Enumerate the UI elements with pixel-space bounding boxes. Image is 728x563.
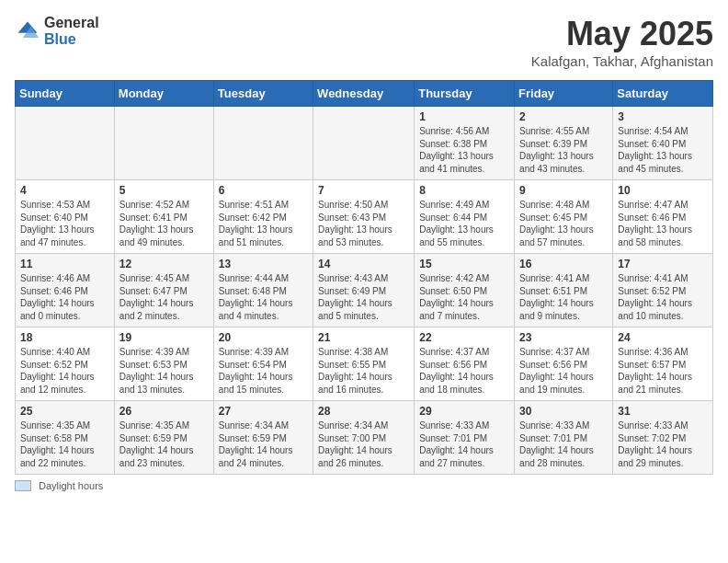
day-info: Sunrise: 4:39 AM Sunset: 6:54 PM Dayligh… — [219, 346, 308, 396]
day-number: 23 — [519, 331, 608, 344]
calendar-header-monday: Monday — [114, 81, 213, 107]
day-info: Sunrise: 4:35 AM Sunset: 6:58 PM Dayligh… — [20, 419, 109, 469]
calendar-table: SundayMondayTuesdayWednesdayThursdayFrid… — [15, 80, 713, 475]
day-info: Sunrise: 4:41 AM Sunset: 6:51 PM Dayligh… — [519, 272, 608, 322]
day-info: Sunrise: 4:39 AM Sunset: 6:53 PM Dayligh… — [119, 346, 209, 396]
day-info: Sunrise: 4:55 AM Sunset: 6:39 PM Dayligh… — [519, 125, 608, 175]
day-number: 31 — [618, 405, 708, 418]
title-area: May 2025 Kalafgan, Takhar, Afghanistan — [531, 15, 713, 69]
day-number: 21 — [318, 331, 409, 344]
day-number: 18 — [20, 331, 109, 344]
calendar-header-friday: Friday — [515, 81, 613, 107]
day-number: 4 — [20, 184, 109, 197]
day-info: Sunrise: 4:56 AM Sunset: 6:38 PM Dayligh… — [419, 125, 509, 175]
table-row — [213, 107, 313, 180]
day-number: 6 — [219, 184, 308, 197]
calendar-week-row: 25Sunrise: 4:35 AM Sunset: 6:58 PM Dayli… — [16, 401, 713, 475]
calendar-header-thursday: Thursday — [415, 81, 515, 107]
calendar-header-tuesday: Tuesday — [213, 81, 313, 107]
table-row: 29Sunrise: 4:33 AM Sunset: 7:01 PM Dayli… — [415, 401, 515, 475]
day-number: 7 — [318, 184, 409, 197]
day-number: 17 — [618, 258, 708, 270]
daylight-label: Daylight hours — [39, 480, 103, 491]
day-number: 1 — [419, 110, 509, 123]
day-number: 26 — [119, 405, 209, 418]
logo-blue-text: Blue — [44, 31, 99, 48]
day-info: Sunrise: 4:36 AM Sunset: 6:57 PM Dayligh… — [618, 346, 708, 396]
day-info: Sunrise: 4:41 AM Sunset: 6:52 PM Dayligh… — [618, 272, 708, 322]
table-row — [16, 107, 115, 180]
day-number: 27 — [219, 405, 308, 418]
table-row: 23Sunrise: 4:37 AM Sunset: 6:56 PM Dayli… — [515, 327, 613, 401]
day-number: 11 — [20, 258, 109, 270]
calendar-week-row: 18Sunrise: 4:40 AM Sunset: 6:52 PM Dayli… — [16, 327, 713, 401]
table-row: 31Sunrise: 4:33 AM Sunset: 7:02 PM Dayli… — [613, 401, 713, 475]
day-number: 22 — [419, 331, 509, 344]
table-row: 19Sunrise: 4:39 AM Sunset: 6:53 PM Dayli… — [114, 327, 213, 401]
day-info: Sunrise: 4:33 AM Sunset: 7:02 PM Dayligh… — [618, 419, 708, 469]
calendar-header-row: SundayMondayTuesdayWednesdayThursdayFrid… — [16, 81, 713, 107]
table-row — [313, 107, 415, 180]
day-info: Sunrise: 4:53 AM Sunset: 6:40 PM Dayligh… — [20, 199, 109, 248]
table-row: 20Sunrise: 4:39 AM Sunset: 6:54 PM Dayli… — [213, 327, 313, 401]
calendar-week-row: 1Sunrise: 4:56 AM Sunset: 6:38 PM Daylig… — [16, 107, 713, 180]
day-number: 9 — [519, 184, 608, 197]
calendar-week-row: 4Sunrise: 4:53 AM Sunset: 6:40 PM Daylig… — [16, 180, 713, 254]
table-row: 26Sunrise: 4:35 AM Sunset: 6:59 PM Dayli… — [114, 401, 213, 475]
daylight-color-swatch — [15, 480, 31, 491]
table-row: 6Sunrise: 4:51 AM Sunset: 6:42 PM Daylig… — [213, 180, 313, 254]
day-number: 19 — [119, 331, 209, 344]
day-number: 25 — [20, 405, 109, 418]
day-info: Sunrise: 4:40 AM Sunset: 6:52 PM Dayligh… — [20, 346, 109, 396]
day-info: Sunrise: 4:37 AM Sunset: 6:56 PM Dayligh… — [519, 346, 608, 396]
day-info: Sunrise: 4:37 AM Sunset: 6:56 PM Dayligh… — [419, 346, 509, 396]
day-info: Sunrise: 4:50 AM Sunset: 6:43 PM Dayligh… — [318, 199, 409, 248]
day-number: 13 — [219, 258, 308, 270]
table-row: 21Sunrise: 4:38 AM Sunset: 6:55 PM Dayli… — [313, 327, 415, 401]
location-subtitle: Kalafgan, Takhar, Afghanistan — [531, 53, 713, 69]
day-number: 12 — [119, 258, 209, 270]
logo-general-text: General — [44, 15, 99, 31]
table-row: 24Sunrise: 4:36 AM Sunset: 6:57 PM Dayli… — [613, 327, 713, 401]
table-row: 17Sunrise: 4:41 AM Sunset: 6:52 PM Dayli… — [613, 254, 713, 327]
day-info: Sunrise: 4:43 AM Sunset: 6:49 PM Dayligh… — [318, 272, 409, 322]
day-number: 5 — [119, 184, 209, 197]
month-year-title: May 2025 — [531, 15, 713, 53]
calendar-header-sunday: Sunday — [16, 81, 115, 107]
logo: General Blue — [15, 15, 99, 47]
header: General Blue May 2025 Kalafgan, Takhar, … — [15, 15, 713, 69]
table-row: 18Sunrise: 4:40 AM Sunset: 6:52 PM Dayli… — [16, 327, 115, 401]
table-row: 10Sunrise: 4:47 AM Sunset: 6:46 PM Dayli… — [613, 180, 713, 254]
day-info: Sunrise: 4:47 AM Sunset: 6:46 PM Dayligh… — [618, 199, 708, 248]
day-info: Sunrise: 4:45 AM Sunset: 6:47 PM Dayligh… — [119, 272, 209, 322]
day-info: Sunrise: 4:35 AM Sunset: 6:59 PM Dayligh… — [119, 419, 209, 469]
footer-note: Daylight hours — [15, 480, 713, 491]
day-info: Sunrise: 4:38 AM Sunset: 6:55 PM Dayligh… — [318, 346, 409, 396]
calendar-header-wednesday: Wednesday — [313, 81, 415, 107]
table-row: 15Sunrise: 4:42 AM Sunset: 6:50 PM Dayli… — [415, 254, 515, 327]
calendar-week-row: 11Sunrise: 4:46 AM Sunset: 6:46 PM Dayli… — [16, 254, 713, 327]
day-number: 3 — [618, 110, 708, 123]
day-number: 24 — [618, 331, 708, 344]
table-row: 16Sunrise: 4:41 AM Sunset: 6:51 PM Dayli… — [515, 254, 613, 327]
day-number: 14 — [318, 258, 409, 270]
table-row: 22Sunrise: 4:37 AM Sunset: 6:56 PM Dayli… — [415, 327, 515, 401]
day-number: 8 — [419, 184, 509, 197]
day-info: Sunrise: 4:52 AM Sunset: 6:41 PM Dayligh… — [119, 199, 209, 248]
table-row — [114, 107, 213, 180]
day-info: Sunrise: 4:33 AM Sunset: 7:01 PM Dayligh… — [419, 419, 509, 469]
table-row: 13Sunrise: 4:44 AM Sunset: 6:48 PM Dayli… — [213, 254, 313, 327]
day-number: 30 — [519, 405, 608, 418]
table-row: 11Sunrise: 4:46 AM Sunset: 6:46 PM Dayli… — [16, 254, 115, 327]
table-row: 27Sunrise: 4:34 AM Sunset: 6:59 PM Dayli… — [213, 401, 313, 475]
table-row: 5Sunrise: 4:52 AM Sunset: 6:41 PM Daylig… — [114, 180, 213, 254]
day-info: Sunrise: 4:34 AM Sunset: 6:59 PM Dayligh… — [219, 419, 308, 469]
table-row: 4Sunrise: 4:53 AM Sunset: 6:40 PM Daylig… — [16, 180, 115, 254]
day-info: Sunrise: 4:48 AM Sunset: 6:45 PM Dayligh… — [519, 199, 608, 248]
day-info: Sunrise: 4:49 AM Sunset: 6:44 PM Dayligh… — [419, 199, 509, 248]
table-row: 7Sunrise: 4:50 AM Sunset: 6:43 PM Daylig… — [313, 180, 415, 254]
logo-text: General Blue — [44, 15, 99, 47]
table-row: 1Sunrise: 4:56 AM Sunset: 6:38 PM Daylig… — [415, 107, 515, 180]
day-number: 20 — [219, 331, 308, 344]
day-info: Sunrise: 4:33 AM Sunset: 7:01 PM Dayligh… — [519, 419, 608, 469]
